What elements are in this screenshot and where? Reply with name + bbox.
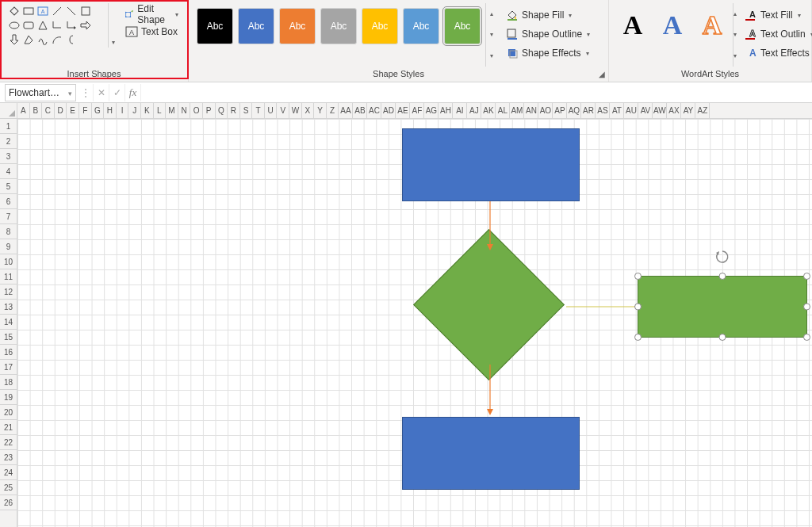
shape-freeform-icon[interactable] xyxy=(22,33,35,46)
flowchart-process-selected[interactable] xyxy=(638,276,807,338)
shape-style-swatch[interactable]: Abc xyxy=(279,8,316,44)
column-header[interactable]: R xyxy=(228,103,240,118)
column-header[interactable]: AG xyxy=(424,103,439,118)
column-header[interactable]: I xyxy=(117,103,129,118)
row-header[interactable]: 21 xyxy=(0,420,17,435)
row-header[interactable]: 20 xyxy=(0,405,17,420)
column-header[interactable]: H xyxy=(104,103,117,118)
resize-handle-ne[interactable] xyxy=(803,273,810,280)
cancel-formula-button[interactable]: ✕ xyxy=(94,84,109,101)
wordart-gallery[interactable]: A A A xyxy=(615,3,730,48)
shape-style-swatch[interactable]: Abc xyxy=(238,8,274,44)
shape-line2-icon[interactable] xyxy=(65,5,78,17)
select-all-corner[interactable] xyxy=(0,103,17,118)
column-header[interactable]: V xyxy=(277,103,289,118)
row-header[interactable]: 15 xyxy=(0,330,17,345)
row-header[interactable]: 3 xyxy=(0,149,17,164)
column-header[interactable]: AV xyxy=(638,103,653,118)
shape-triangle-icon[interactable] xyxy=(36,19,49,32)
shape-style-swatch[interactable]: Abc xyxy=(403,8,439,44)
name-box-dropdown-icon[interactable] xyxy=(68,87,72,98)
shape-styles-more[interactable] xyxy=(485,3,496,67)
shape-diamond-icon[interactable] xyxy=(8,5,21,17)
rotate-handle[interactable] xyxy=(715,250,730,264)
shape-block-arrow-icon[interactable] xyxy=(79,19,92,32)
column-header[interactable]: Y xyxy=(314,103,327,118)
resize-handle-w[interactable] xyxy=(634,304,642,311)
shape-blank-icon[interactable] xyxy=(94,5,106,17)
shape-styles-launcher[interactable]: ◢ xyxy=(599,70,605,78)
shape-style-swatch[interactable]: Abc xyxy=(320,8,357,44)
formula-input[interactable] xyxy=(141,84,812,101)
row-header[interactable]: 12 xyxy=(0,285,17,300)
shape-ellipse-icon[interactable] xyxy=(8,19,21,32)
resize-handle-e[interactable] xyxy=(803,304,810,311)
shape-textbox-icon[interactable]: A xyxy=(36,5,49,17)
row-header[interactable]: 5 xyxy=(0,179,17,194)
fx-button[interactable]: fx xyxy=(125,84,141,101)
shape-style-swatch[interactable]: Abc xyxy=(197,8,233,44)
column-header[interactable]: AE xyxy=(396,103,410,118)
row-header[interactable]: 4 xyxy=(0,164,17,179)
column-header[interactable]: AI xyxy=(453,103,467,118)
row-header[interactable]: 13 xyxy=(0,300,17,315)
column-header[interactable]: S xyxy=(240,103,253,118)
column-header[interactable]: B xyxy=(30,103,43,118)
column-header[interactable]: AD xyxy=(381,103,396,118)
enter-formula-button[interactable]: ✓ xyxy=(109,84,125,101)
shape-rect-icon[interactable] xyxy=(22,5,35,17)
flowchart-process-1[interactable] xyxy=(402,128,580,201)
row-header[interactable]: 25 xyxy=(0,480,17,495)
shape-down-arrow-icon[interactable] xyxy=(8,33,21,46)
edit-shape-button[interactable]: Edit Shape xyxy=(122,6,182,22)
row-header[interactable]: 11 xyxy=(0,269,17,285)
column-header[interactable]: O xyxy=(190,103,203,118)
row-header[interactable]: 1 xyxy=(0,119,17,134)
column-header[interactable]: T xyxy=(252,103,265,118)
column-header[interactable]: E xyxy=(67,103,79,118)
flowchart-decision[interactable] xyxy=(413,229,565,380)
column-header[interactable]: F xyxy=(79,103,92,118)
column-header[interactable]: AM xyxy=(510,103,524,118)
row-header[interactable]: 23 xyxy=(0,450,17,465)
column-header[interactable]: AL xyxy=(496,103,510,118)
shape-square-icon[interactable] xyxy=(79,5,92,17)
column-header[interactable]: W xyxy=(289,103,302,118)
shape-line-icon[interactable] xyxy=(51,5,63,17)
column-header[interactable]: AO xyxy=(538,103,553,118)
column-header[interactable]: AN xyxy=(524,103,538,118)
column-header[interactable]: AQ xyxy=(567,103,581,118)
row-header[interactable]: 6 xyxy=(0,194,17,209)
column-header[interactable]: AS xyxy=(596,103,610,118)
row-header[interactable]: 18 xyxy=(0,375,17,390)
row-header[interactable]: 26 xyxy=(0,495,17,510)
column-header[interactable]: AW xyxy=(653,103,667,118)
column-header[interactable]: P xyxy=(203,103,216,118)
text-effects-dropdown[interactable]: A Text Effects xyxy=(741,44,812,62)
shape-elbow-arrow-icon[interactable] xyxy=(65,19,78,32)
shape-fill-dropdown[interactable]: Shape Fill xyxy=(503,6,593,24)
column-header[interactable]: J xyxy=(128,103,141,118)
row-header[interactable]: 24 xyxy=(0,465,17,480)
row-header[interactable]: 17 xyxy=(0,360,17,375)
shape-arc-icon[interactable] xyxy=(51,33,63,46)
resize-handle-s[interactable] xyxy=(719,334,726,341)
column-header[interactable]: U xyxy=(265,103,278,118)
column-header[interactable]: Q xyxy=(216,103,228,118)
row-header[interactable]: 2 xyxy=(0,134,17,149)
column-header[interactable]: D xyxy=(55,103,67,118)
resize-handle-sw[interactable] xyxy=(634,334,642,341)
row-header[interactable]: 22 xyxy=(0,435,17,450)
shape-effects-dropdown[interactable]: Shape Effects xyxy=(503,44,593,62)
column-header[interactable]: AY xyxy=(681,103,695,118)
column-header[interactable]: AF xyxy=(410,103,424,118)
row-header[interactable]: 10 xyxy=(0,254,17,269)
shape-style-swatch[interactable]: Abc xyxy=(362,8,398,44)
column-header[interactable]: AU xyxy=(624,103,638,118)
text-fill-dropdown[interactable]: A Text Fill xyxy=(741,6,812,24)
resize-handle-se[interactable] xyxy=(803,334,810,341)
shape-elbow-icon[interactable] xyxy=(51,19,63,32)
column-header[interactable]: C xyxy=(42,103,55,118)
column-header[interactable]: AP xyxy=(553,103,567,118)
column-header[interactable]: X xyxy=(302,103,315,118)
